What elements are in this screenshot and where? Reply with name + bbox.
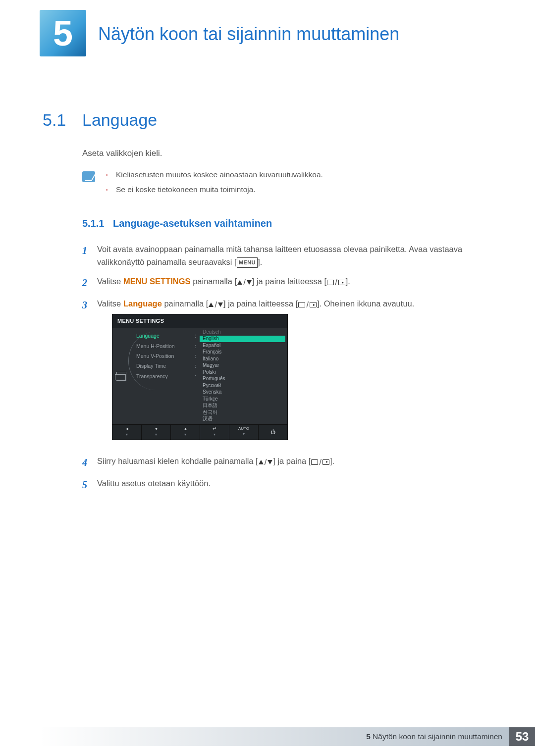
osd-screenshot: MENU SETTINGS Language Menu H-Position M…: [112, 314, 288, 440]
osd-menu-item: Language: [136, 331, 195, 341]
osd-language-item: Türkçe: [200, 396, 285, 403]
steps-list: 1 Voit avata avainoppaan painamalla mitä…: [82, 243, 492, 493]
page-header: 5 Näytön koon tai sijainnin muuttaminen: [0, 10, 535, 57]
osd-language-item: Svenska: [200, 389, 285, 396]
step-number: 2: [82, 275, 97, 291]
subsection-number: 5.1.1: [82, 218, 113, 229]
note-list: Kieliasetusten muutos koskee ainoastaan …: [106, 170, 323, 200]
osd-nav-bar: ◂▾ ▾▾ ▴▾ ↵▾ AUTO▾ ⏻: [112, 424, 287, 439]
osd-menu-item: Display Time: [136, 361, 195, 371]
osd-language-item: 한국어: [200, 409, 285, 416]
osd-language-item-selected: English: [200, 336, 285, 343]
source-enter-icon: /: [327, 276, 345, 289]
osd-menu-item: Transparency: [136, 371, 195, 381]
osd-language-item: Italiano: [200, 355, 285, 362]
step-body: Valitse MENU SETTINGS painamalla [/] ja …: [97, 275, 492, 291]
chapter-badge: 5: [40, 10, 86, 56]
osd-language-item: Português: [200, 376, 285, 383]
note-block: Kieliasetusten muutos koskee ainoastaan …: [82, 170, 492, 200]
footer-chapter-ref: 5 Näytön koon tai sijainnin muuttaminen: [366, 732, 502, 741]
osd-language-item: Español: [200, 342, 285, 349]
osd-nav-enter-icon: ↵▾: [200, 425, 229, 439]
step-number: 4: [82, 455, 97, 470]
osd-menu-item: Menu V-Position: [136, 351, 195, 361]
step-row: 3 Valitse Language painamalla [/] ja pai…: [82, 298, 492, 448]
osd-nav-down-icon: ▾▾: [142, 425, 171, 439]
osd-language-item: Magyar: [200, 362, 285, 369]
menu-button-label: MENU: [237, 257, 258, 268]
osd-colon-col: :::::: [195, 328, 200, 424]
section-title: Language: [82, 110, 157, 130]
language-keyword: Language: [123, 299, 162, 308]
step-row: 1 Voit avata avainoppaan painamalla mitä…: [82, 243, 492, 268]
page-number: 53: [509, 727, 535, 746]
osd-language-list: Deutsch English Español Français Italian…: [200, 328, 287, 424]
note-item: Kieliasetusten muutos koskee ainoastaan …: [106, 170, 323, 179]
osd-title: MENU SETTINGS: [112, 314, 287, 328]
step-body: Siirry haluamasi kielen kohdalle painama…: [97, 455, 492, 470]
source-enter-icon: /: [311, 456, 329, 469]
osd-nav-up-icon: ▴▾: [171, 425, 200, 439]
osd-category-icon: [116, 372, 126, 381]
chapter-title: Näytön koon tai sijainnin muuttaminen: [98, 24, 399, 45]
note-item: Se ei koske tietokoneen muita toimintoja…: [106, 185, 323, 194]
step-number: 5: [82, 477, 97, 493]
step-number: 1: [82, 243, 97, 268]
section-heading: 5.1 Language: [43, 110, 492, 130]
up-down-icon: /: [259, 456, 273, 469]
step-body: Voit avata avainoppaan painamalla mitä t…: [97, 243, 492, 268]
note-icon: [82, 171, 95, 182]
osd-language-item: Русский: [200, 382, 285, 389]
section-number: 5.1: [43, 110, 82, 130]
osd-category-pane: [112, 328, 130, 424]
step-body: Valitse Language painamalla [/] ja paina…: [97, 298, 492, 448]
subsection-heading: 5.1.1 Language-asetuksen vaihtaminen: [82, 218, 492, 229]
osd-nav-back-icon: ◂▾: [112, 425, 142, 439]
osd-language-item: Français: [200, 349, 285, 356]
step-row: 5 Valittu asetus otetaan käyttöön.: [82, 477, 492, 493]
osd-menu-list: Language Menu H-Position Menu V-Position…: [130, 328, 195, 424]
step-number: 3: [82, 298, 97, 448]
step-body: Valittu asetus otetaan käyttöön.: [97, 477, 492, 493]
osd-menu-item: Menu H-Position: [136, 341, 195, 351]
source-enter-icon: /: [298, 299, 317, 311]
menu-settings-keyword: MENU SETTINGS: [123, 277, 191, 286]
osd-nav-power-icon: ⏻: [259, 425, 287, 439]
up-down-icon: /: [209, 299, 223, 311]
subsection-title: Language-asetuksen vaihtaminen: [113, 218, 272, 229]
page-footer: 5 Näytön koon tai sijainnin muuttaminen …: [40, 727, 535, 746]
osd-language-item: 日本語: [200, 403, 285, 409]
section-intro: Aseta valikkojen kieli.: [82, 149, 492, 158]
step-row: 4 Siirry haluamasi kielen kohdalle paina…: [82, 455, 492, 470]
up-down-icon: /: [237, 276, 252, 289]
osd-language-item: Deutsch: [200, 329, 285, 336]
osd-language-item: 汉语: [200, 416, 285, 423]
osd-language-item: Polski: [200, 369, 285, 376]
chapter-number: 5: [53, 15, 73, 51]
osd-nav-auto: AUTO▾: [229, 425, 259, 439]
step-row: 2 Valitse MENU SETTINGS painamalla [/] j…: [82, 275, 492, 291]
